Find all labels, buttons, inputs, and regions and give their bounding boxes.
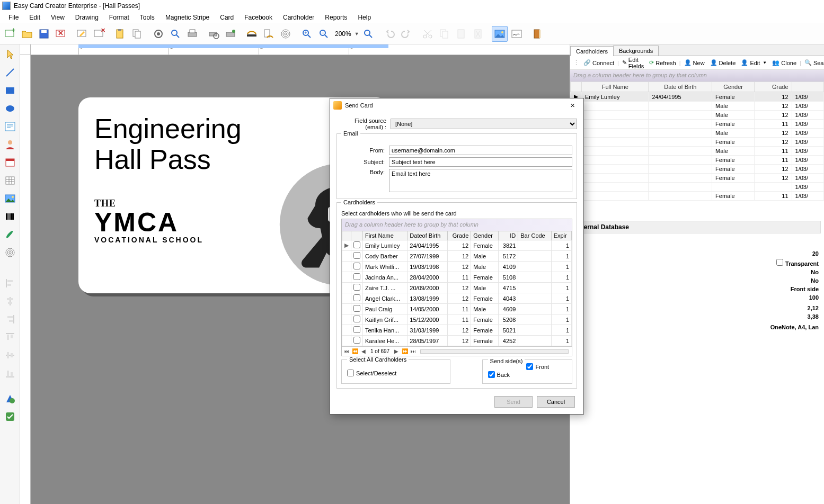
paste-clip-button[interactable] bbox=[454, 26, 469, 42]
brush-tool[interactable] bbox=[2, 227, 18, 242]
col-dob[interactable]: Date of Birth bbox=[649, 82, 712, 92]
settings-button[interactable] bbox=[150, 26, 166, 42]
subject-field[interactable] bbox=[389, 157, 572, 167]
table-row[interactable]: Cody Barber27/07/199912Male51721 bbox=[342, 251, 572, 262]
print-button[interactable] bbox=[184, 26, 200, 42]
fingerprint-tool[interactable] bbox=[2, 245, 18, 260]
table-row[interactable]: Tenika Han...31/03/199912Female50211 bbox=[342, 325, 572, 336]
zoom-in-button[interactable]: + bbox=[299, 26, 315, 42]
photo-button[interactable] bbox=[492, 26, 508, 42]
zoom-level[interactable]: 200% bbox=[333, 30, 353, 38]
table-row[interactable]: 1/03/ bbox=[571, 183, 824, 192]
table-row[interactable]: Male121/03/ bbox=[571, 102, 824, 111]
print-preview-button[interactable] bbox=[167, 26, 183, 42]
menu-tools[interactable]: Tools bbox=[135, 13, 160, 22]
image-tool[interactable] bbox=[2, 191, 18, 206]
undo-button[interactable] bbox=[382, 26, 397, 42]
menu-file[interactable]: File bbox=[3, 13, 24, 22]
back-checkbox[interactable]: Back bbox=[488, 371, 510, 378]
table-row[interactable]: ▶Emily Lumley24/04/1995Female121/03/ bbox=[571, 92, 824, 102]
menu-reports[interactable]: Reports bbox=[320, 13, 352, 22]
align-left-tool[interactable] bbox=[2, 275, 18, 291]
align-middle-tool[interactable] bbox=[2, 347, 18, 363]
edit-design-button[interactable] bbox=[74, 26, 90, 42]
menu-cardholder[interactable]: Cardholder bbox=[278, 13, 320, 22]
row-checkbox[interactable] bbox=[353, 252, 360, 259]
table-row[interactable]: Female111/03/ bbox=[571, 120, 824, 129]
line-tool[interactable] bbox=[2, 65, 18, 80]
pager-nextpage-icon[interactable]: ⏩ bbox=[401, 348, 409, 354]
table-row[interactable]: Karalee He...28/05/199712Female42521 bbox=[342, 336, 572, 346]
table-row[interactable]: Female121/03/ bbox=[571, 165, 824, 174]
group-hint[interactable]: Drag a column header here to group by th… bbox=[570, 70, 824, 82]
date-tool[interactable] bbox=[2, 155, 18, 170]
menu-magnetic-stripe[interactable]: Magnetic Stripe bbox=[160, 13, 215, 22]
connect-button[interactable]: 🔗Connect bbox=[581, 58, 616, 67]
table-tool[interactable] bbox=[2, 173, 18, 188]
front-checkbox[interactable]: Front bbox=[526, 363, 549, 370]
select-deselect-checkbox[interactable]: Select/Deselect bbox=[347, 370, 396, 376]
tab-backgrounds[interactable]: Backgrounds bbox=[613, 46, 659, 56]
table-row[interactable]: Jacinda An...28/04/200011Female51081 bbox=[342, 272, 572, 283]
open-button[interactable] bbox=[19, 26, 35, 42]
table-row[interactable]: Kaitlyn Grif...15/12/200011Female52081 bbox=[342, 314, 572, 325]
dcol-gender[interactable]: Gender bbox=[471, 231, 498, 240]
table-row[interactable]: Male121/03/ bbox=[571, 129, 824, 138]
person-tool[interactable] bbox=[2, 137, 18, 152]
close-button[interactable]: ✕ bbox=[564, 100, 580, 111]
table-row[interactable]: Female111/03/ bbox=[571, 192, 824, 201]
pager-last-icon[interactable]: ⏭ bbox=[410, 348, 417, 354]
table-row[interactable]: Female111/03/ bbox=[571, 156, 824, 165]
menu-facebook[interactable]: Facebook bbox=[239, 13, 278, 22]
body-field[interactable]: Email text here bbox=[389, 169, 572, 192]
row-checkbox[interactable] bbox=[353, 326, 360, 333]
new-card-button[interactable]: + bbox=[2, 26, 18, 42]
encode-button[interactable] bbox=[244, 26, 260, 42]
dcol-first[interactable]: First Name bbox=[363, 231, 407, 240]
signature-button[interactable] bbox=[509, 26, 525, 42]
prop-checkbox[interactable] bbox=[776, 259, 783, 266]
dcol-dob[interactable]: Dateof Birth bbox=[407, 231, 447, 240]
table-row[interactable]: Zaire T.J. ...20/09/200012Male47151 bbox=[342, 283, 572, 293]
cut-button[interactable] bbox=[420, 26, 436, 42]
row-checkbox[interactable] bbox=[353, 273, 360, 280]
save-button[interactable] bbox=[36, 26, 52, 42]
menu-edit[interactable]: Edit bbox=[24, 13, 46, 22]
check-tool[interactable] bbox=[2, 409, 18, 425]
menu-format[interactable]: Format bbox=[104, 13, 135, 22]
dcol-expire[interactable]: Expir bbox=[551, 231, 571, 240]
delete-card-button[interactable]: ✕ bbox=[53, 26, 69, 42]
edit-fields-button[interactable]: ✎Edit Fields bbox=[620, 56, 646, 70]
row-checkbox[interactable] bbox=[353, 241, 360, 248]
tab-cardholders[interactable]: Cardholders bbox=[570, 46, 614, 56]
delete-cardholder-button[interactable]: 👤Delete bbox=[708, 58, 738, 67]
cancel-button[interactable]: Cancel bbox=[537, 396, 575, 408]
cardholders-grid[interactable]: Full Name Date of Birth Gender Grade ▶Em… bbox=[570, 82, 824, 201]
toolbar-overflow-left-icon[interactable]: ⋮ bbox=[572, 59, 580, 66]
new-cardholder-button[interactable]: 👤New bbox=[682, 58, 707, 67]
refresh-button[interactable]: ⟳Refresh bbox=[647, 58, 678, 67]
row-checkbox[interactable] bbox=[353, 284, 360, 291]
pager[interactable]: ⏮ ⏪ ◀ 1 of 697 ▶ ⏩ ⏭ bbox=[342, 346, 572, 356]
row-checkbox[interactable] bbox=[353, 263, 360, 269]
dialog-cardholders-grid[interactable]: First Name Dateof Birth Grade Gender ID … bbox=[342, 231, 572, 346]
delete-button[interactable] bbox=[471, 26, 486, 42]
menu-card[interactable]: Card bbox=[215, 13, 239, 22]
menu-drawing[interactable]: Drawing bbox=[70, 13, 104, 22]
edit-cardholder-button[interactable]: 👤Edit▼ bbox=[739, 58, 769, 67]
zoom-out-button[interactable]: − bbox=[316, 26, 332, 42]
ellipse-tool[interactable] bbox=[2, 101, 18, 116]
table-row[interactable]: Female121/03/ bbox=[571, 174, 824, 183]
pager-first-icon[interactable]: ⏮ bbox=[343, 348, 350, 354]
shape-tool[interactable] bbox=[2, 391, 18, 407]
pager-prev-icon[interactable]: ◀ bbox=[360, 348, 367, 354]
encode-page-button[interactable] bbox=[261, 26, 277, 42]
table-row[interactable]: Angel Clark...13/08/199912Female40431 bbox=[342, 293, 572, 304]
pager-scrollbar[interactable] bbox=[420, 349, 569, 354]
select-tool[interactable] bbox=[2, 47, 18, 62]
clone-cardholder-button[interactable]: 👥Clone bbox=[770, 58, 799, 67]
menu-view[interactable]: View bbox=[46, 13, 70, 22]
exit-button[interactable] bbox=[530, 26, 546, 42]
barcode-tool[interactable] bbox=[2, 209, 18, 224]
text-tool[interactable] bbox=[2, 119, 18, 134]
